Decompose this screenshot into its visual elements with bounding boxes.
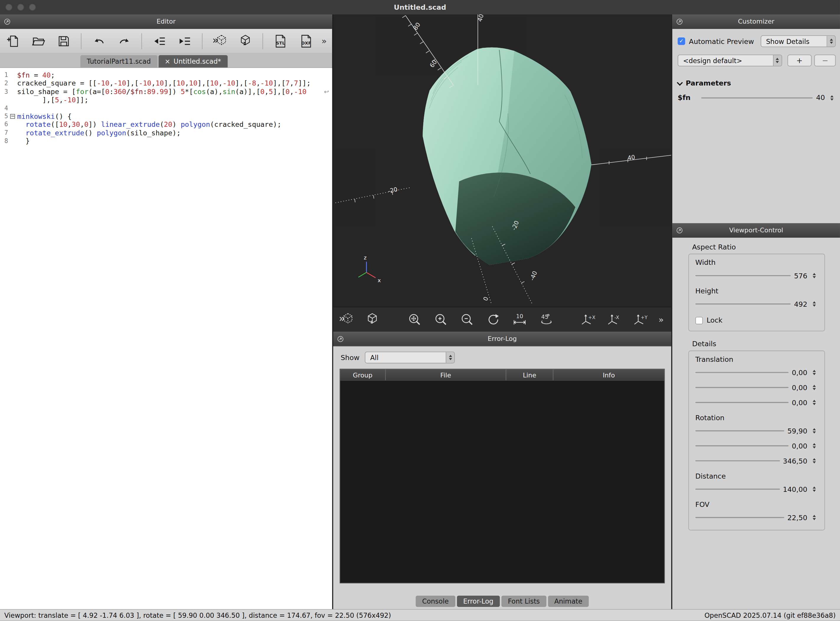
code-line[interactable]: 8 } xyxy=(0,137,332,145)
detail-level-dropdown[interactable]: Show Details xyxy=(761,35,835,47)
aspect-ratio-group: Width 576 Height 492 Lock xyxy=(688,254,825,331)
slider-track xyxy=(696,402,788,403)
error-log-panel: Show All Group File Line Info xyxy=(333,346,671,609)
disclosure-triangle-icon[interactable] xyxy=(677,79,683,85)
show-label: Show xyxy=(340,354,360,362)
indent-button[interactable] xyxy=(175,31,194,51)
error-table-body[interactable] xyxy=(340,380,664,583)
stepper-icon[interactable] xyxy=(811,273,818,278)
rotation-z-spinbox[interactable]: 346,50 xyxy=(696,455,818,467)
fov-spinbox[interactable]: 22,50 xyxy=(696,512,818,523)
preview-button[interactable] xyxy=(210,31,229,51)
translation-y-value: 0,00 xyxy=(792,383,808,391)
width-label: Width xyxy=(696,259,818,267)
code-line[interactable]: 4 xyxy=(0,104,332,112)
viewport-toolbar-more-button[interactable]: » xyxy=(658,314,667,324)
save-button[interactable] xyxy=(54,31,73,51)
view-plus-x-button[interactable]: +X xyxy=(579,310,597,329)
render-button[interactable] xyxy=(364,310,381,329)
stepper-icon[interactable] xyxy=(811,400,818,405)
distance-spinbox[interactable]: 140,00 xyxy=(696,483,818,495)
fold-marker-icon[interactable]: − xyxy=(10,114,15,119)
undock-icon[interactable] xyxy=(337,336,344,343)
rotation-label: Rotation xyxy=(696,414,818,422)
undock-icon[interactable] xyxy=(4,18,11,25)
open-file-button[interactable] xyxy=(29,31,48,51)
3d-viewport[interactable]: 40 80 60 -20 40 -20 -40 0 z xyxy=(333,14,671,307)
translation-z-spinbox[interactable]: 0,00 xyxy=(696,397,818,408)
view-minus-x-button[interactable]: -X xyxy=(606,310,623,329)
column-header-line[interactable]: Line xyxy=(506,369,553,380)
editor-toolbar-more-button[interactable]: » xyxy=(321,36,329,46)
code-line[interactable]: 2cracked_square = [[-10,-10],[-10,10],[1… xyxy=(0,79,332,88)
undo-button[interactable] xyxy=(89,31,109,51)
stepper-icon[interactable] xyxy=(811,301,818,307)
code-editor[interactable]: 1$fn = 40;2cracked_square = [[-10,-10],[… xyxy=(0,68,332,609)
customizer-title: Customizer xyxy=(738,18,774,25)
add-preset-button[interactable]: + xyxy=(787,55,812,66)
rotation-x-spinbox[interactable]: 59,90 xyxy=(696,425,818,437)
stepper-icon[interactable] xyxy=(811,428,818,433)
preview-button[interactable] xyxy=(337,310,354,329)
code-line[interactable]: 6 rotate([10,30,0]) linear_extrude(20) p… xyxy=(0,121,332,129)
height-spinbox[interactable]: 492 xyxy=(696,298,818,310)
remove-preset-button[interactable]: − xyxy=(814,55,835,66)
font-lists-tab[interactable]: Font Lists xyxy=(501,596,546,607)
code-line[interactable]: 5−minkowski() { xyxy=(0,112,332,121)
column-header-file[interactable]: File xyxy=(386,369,506,380)
code-line[interactable]: 3silo_shape = [for(a=[0:360/$fn:89.99]) … xyxy=(0,88,332,96)
code-line[interactable]: ],[5,-10]]; xyxy=(0,96,332,104)
tab-untitled[interactable]: × Untitled.scad* xyxy=(158,55,227,68)
lock-checkbox[interactable] xyxy=(696,317,703,324)
stepper-icon[interactable] xyxy=(811,486,818,492)
error-filter-dropdown[interactable]: All xyxy=(365,351,455,363)
render-button[interactable] xyxy=(235,31,255,51)
undock-icon[interactable] xyxy=(676,18,683,25)
code-line[interactable]: 7 rotate_extrude() polygon(silo_shape); xyxy=(0,129,332,137)
translation-y-spinbox[interactable]: 0,00 xyxy=(696,382,818,393)
code-line[interactable]: 1$fn = 40; xyxy=(0,71,332,79)
minimize-window-button[interactable] xyxy=(17,4,24,11)
measure-angle-button[interactable]: 45 xyxy=(538,310,554,329)
stepper-icon[interactable] xyxy=(811,443,818,448)
fn-stepper[interactable] xyxy=(828,95,835,100)
rotation-y-spinbox[interactable]: 0,00 xyxy=(696,440,818,452)
preset-value: <design default> xyxy=(678,56,773,64)
zoom-out-button[interactable] xyxy=(458,310,475,329)
stepper-icon[interactable] xyxy=(811,385,818,390)
close-window-button[interactable] xyxy=(5,4,12,11)
zoom-window-button[interactable] xyxy=(29,4,36,11)
console-tab[interactable]: Console xyxy=(416,596,455,607)
error-log-tab[interactable]: Error-Log xyxy=(457,596,500,607)
view-plus-y-button[interactable]: +Y xyxy=(632,310,649,329)
translation-x-spinbox[interactable]: 0,00 xyxy=(696,367,818,378)
zoom-in-button[interactable] xyxy=(432,310,449,329)
close-tab-icon[interactable]: × xyxy=(165,57,170,65)
redo-button[interactable] xyxy=(114,31,134,51)
line-number: 1 xyxy=(0,71,10,79)
window-title: Untitled.scad xyxy=(394,3,446,11)
column-header-group[interactable]: Group xyxy=(340,369,386,380)
tab-tutorialpart11[interactable]: TutorialPart11.scad xyxy=(80,55,157,68)
automatic-preview-checkbox[interactable]: ✓ xyxy=(677,38,685,45)
export-stl-button[interactable]: STL xyxy=(270,31,290,51)
column-header-info[interactable]: Info xyxy=(553,369,664,380)
animate-tab[interactable]: Animate xyxy=(548,596,589,607)
dropdown-arrows-icon xyxy=(827,36,835,47)
measure-distance-button[interactable]: 10 xyxy=(511,310,528,329)
stepper-icon[interactable] xyxy=(811,458,818,463)
detail-level-value: Show Details xyxy=(761,37,826,45)
reset-view-button[interactable] xyxy=(485,310,502,329)
new-file-button[interactable] xyxy=(3,31,23,51)
render-cube-icon xyxy=(238,33,253,48)
preset-dropdown[interactable]: <design default> xyxy=(677,55,782,66)
undock-icon[interactable] xyxy=(676,227,683,234)
fn-slider[interactable] xyxy=(701,97,813,98)
unindent-button[interactable] xyxy=(150,31,169,51)
export-dxf-button[interactable]: DXF xyxy=(296,31,316,51)
zoom-all-button[interactable] xyxy=(406,310,423,329)
error-log-title: Error-Log xyxy=(488,335,516,342)
stepper-icon[interactable] xyxy=(811,370,818,375)
stepper-icon[interactable] xyxy=(811,515,818,520)
width-spinbox[interactable]: 576 xyxy=(696,270,818,282)
